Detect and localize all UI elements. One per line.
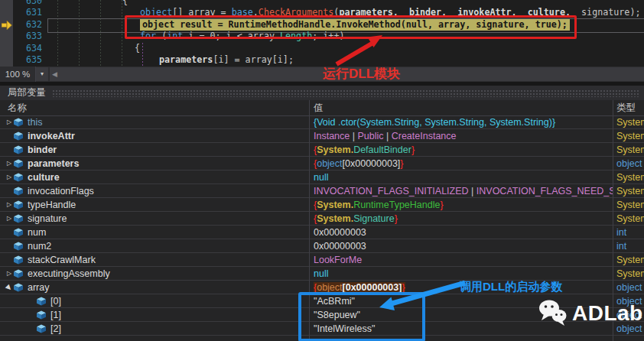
variable-cube-icon	[37, 310, 46, 320]
value-token: [0x00000003]	[343, 158, 401, 169]
locals-row[interactable]: binder {System.DefaultBinder} System	[0, 143, 644, 157]
value-token: |	[350, 131, 357, 141]
variable-name-cell: ▷ typeHandle	[0, 200, 309, 210]
locals-row[interactable]: ▷ culture null System	[0, 170, 644, 184]
code-line[interactable]: 635 parameters[i] = array[i];	[0, 54, 644, 66]
blue-arrow-icon	[373, 277, 474, 313]
value-token: null	[314, 268, 328, 279]
variable-cube-icon	[14, 269, 23, 278]
value-token: object	[317, 282, 342, 293]
value-token: }	[395, 213, 398, 224]
locals-row[interactable]: ▷ executingAssembly null System	[0, 267, 644, 281]
expander-icon[interactable]: ▷	[5, 119, 14, 125]
variable-value[interactable]: {object[0x00000003]}	[309, 158, 613, 169]
expander-icon[interactable]: ▷	[5, 270, 14, 277]
variable-value[interactable]: {System.DefaultBinder}	[309, 145, 613, 155]
editor-pane[interactable]: 630 { 631 object[] array = base.CheckArg…	[0, 0, 644, 67]
params-annotation: 调用DLL的启动参数	[460, 280, 562, 294]
variable-name-cell: ▷ this	[0, 117, 309, 128]
variable-value[interactable]: {Void .ctor(System.String, System.String…	[309, 117, 613, 128]
variable-name-cell: [1]	[0, 310, 309, 320]
value-token: INVOCATION_FLAGS_INITIALIZED	[314, 186, 469, 196]
code-line[interactable]: 634 {	[0, 43, 644, 54]
locals-row[interactable]: stackCrawlMark LookForMe System	[0, 253, 644, 267]
value-token: object	[317, 158, 342, 169]
variable-value[interactable]: null	[309, 172, 613, 183]
variable-name: executingAssembly	[28, 268, 110, 279]
value-token: CreateInstance	[392, 131, 457, 141]
column-header-name[interactable]: 名称	[8, 100, 27, 115]
locals-row[interactable]: ▷ typeHandle {System.RuntimeTypeHandle} …	[0, 198, 644, 212]
variable-type: object	[613, 158, 644, 169]
variable-type: int	[613, 241, 644, 252]
variable-cube-icon	[14, 187, 23, 196]
locals-row[interactable]: ▷ signature {System.Signature} System	[0, 212, 644, 226]
variable-name-cell: ▶ array	[0, 282, 309, 293]
locals-row[interactable]: ▷ this {Void .ctor(System.String, System…	[0, 115, 644, 129]
variable-type: System	[613, 200, 644, 210]
value-token: |	[384, 131, 392, 141]
debugger-window: 630 { 631 object[] array = base.CheckArg…	[0, 0, 644, 341]
variable-value[interactable]: Instance | Public | CreateInstance	[309, 131, 613, 141]
code-text: parameters[i] = array[i];	[159, 54, 294, 66]
variable-name-cell: invokeAttr	[0, 131, 309, 141]
locals-title-bar[interactable]: 局部变量	[0, 86, 644, 100]
variable-name-cell: ▷ parameters	[0, 158, 309, 169]
locals-row[interactable]: invocationFlags INVOCATION_FLAGS_INITIAL…	[0, 184, 644, 198]
scroll-left-arrow-icon[interactable]: ◀	[52, 67, 57, 81]
value-token: null	[314, 172, 328, 183]
variable-name: num2	[28, 241, 51, 252]
variable-cube-icon	[14, 118, 23, 127]
column-header-type[interactable]: 类型	[616, 100, 636, 115]
code-line[interactable]: 630 {	[0, 0, 644, 7]
value-token: DefaultBinder	[353, 145, 411, 155]
value-token: 0x00000003	[314, 241, 366, 252]
variable-cube-icon	[14, 242, 23, 251]
variable-cube-icon	[14, 200, 23, 209]
variable-value[interactable]: {System.RuntimeTypeHandle}	[309, 200, 613, 210]
value-token: INVOCATION_FLAGS_NEED_S...	[476, 186, 613, 196]
variable-cube-icon	[37, 297, 46, 306]
variable-cube-icon	[14, 214, 23, 223]
variable-cube-icon	[14, 159, 23, 168]
adlab-watermark: ADLab	[538, 300, 643, 327]
expander-icon[interactable]: ▷	[5, 201, 14, 208]
variable-name-cell: num	[0, 227, 309, 238]
expander-icon[interactable]: ▷	[5, 160, 14, 167]
variable-type: System	[613, 131, 644, 141]
code-token: {	[135, 43, 140, 54]
code-token: signature);	[571, 7, 640, 18]
zoom-dropdown-button[interactable]: ▾	[36, 67, 48, 81]
value-token: 0x00000003	[314, 227, 366, 238]
locals-row[interactable]: ▷ parameters {object[0x00000003]} object	[0, 157, 644, 170]
column-header-value[interactable]: 值	[314, 100, 324, 115]
locals-row[interactable]: num 0x00000003 int	[0, 226, 644, 239]
line-number: 630	[13, 0, 42, 7]
locals-row[interactable]: invokeAttr Instance | Public | CreateIns…	[0, 129, 644, 143]
locals-row[interactable]: num2 0x00000003 int	[0, 239, 644, 253]
code-token: [i] = array[i];	[213, 54, 294, 65]
variable-cube-icon	[14, 228, 23, 237]
locals-column-header: 名称 值 类型	[0, 100, 644, 116]
zoom-value[interactable]: 100 %	[0, 67, 36, 82]
expander-icon[interactable]: ▷	[5, 215, 14, 222]
variable-value[interactable]: INVOCATION_FLAGS_INITIALIZED | INVOCATIO…	[309, 186, 613, 196]
variable-name-cell: stackCrawlMark	[0, 255, 309, 265]
variable-name-cell: invocationFlags	[0, 186, 309, 196]
variable-name: array	[28, 282, 49, 293]
code-token: {	[122, 0, 128, 6]
value-token: System.	[317, 200, 353, 210]
value-token: System.	[317, 145, 353, 155]
value-token: RuntimeTypeHandle	[353, 200, 440, 210]
variable-value[interactable]: 0x00000003	[309, 241, 613, 252]
variable-type: System	[613, 268, 644, 279]
variable-value[interactable]: {System.Signature}	[309, 213, 613, 224]
variable-value[interactable]: LookForMe	[309, 255, 613, 265]
variable-type: object	[613, 282, 644, 293]
variable-value[interactable]: 0x00000003	[309, 227, 613, 238]
value-token: Signature	[353, 213, 395, 224]
expander-icon[interactable]: ▷	[5, 174, 14, 180]
titlebar-grip-dots	[52, 89, 639, 97]
variable-name: stackCrawlMark	[28, 255, 96, 265]
variable-cube-icon	[37, 324, 46, 333]
